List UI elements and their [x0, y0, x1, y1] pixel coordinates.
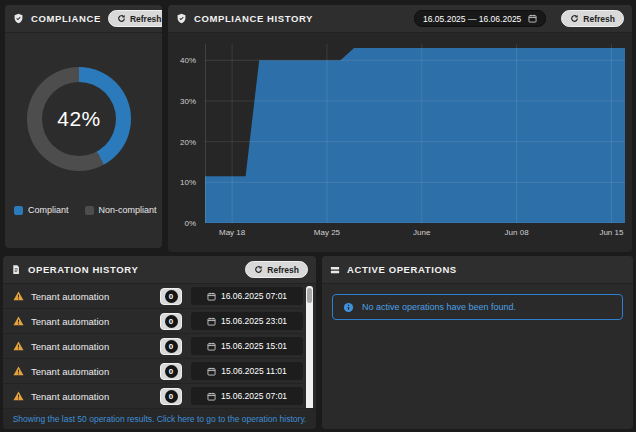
active-operations-title: ACTIVE OPERATIONS — [347, 264, 457, 275]
operation-count-value: 0 — [165, 340, 178, 353]
x-tick-label: May 18 — [219, 228, 245, 237]
compliance-donut-chart: 42% — [27, 67, 131, 171]
no-active-operations-alert: No active operations have been found. — [332, 294, 623, 320]
y-tick-label: 10% — [180, 178, 196, 187]
warning-icon — [13, 391, 24, 401]
operation-date: 15.06.2025 15:01 — [221, 341, 287, 351]
calendar-icon — [528, 14, 537, 23]
operation-count-value: 0 — [165, 365, 178, 378]
operation-date-badge: 16.06.2025 07:01 — [191, 287, 303, 305]
operation-count-badge[interactable]: 0 — [160, 363, 182, 380]
compliance-refresh-button[interactable]: Refresh — [108, 10, 162, 27]
operation-history-header: OPERATION HISTORY Refresh — [3, 256, 316, 284]
operation-list: Tenant automation 0 16.06.2025 07:01 Ten… — [3, 284, 303, 409]
operation-date-badge: 15.06.2025 23:01 — [191, 312, 303, 330]
y-tick-label: 0% — [184, 219, 196, 228]
warning-icon — [13, 366, 24, 376]
operation-date-badge: 15.06.2025 07:01 — [191, 387, 303, 405]
y-tick-label: 30% — [180, 96, 196, 105]
operation-name: Tenant automation — [31, 291, 109, 302]
calendar-icon — [207, 392, 216, 401]
x-tick-label: May 25 — [314, 228, 340, 237]
operation-date-badge: 15.06.2025 11:01 — [191, 362, 303, 380]
refresh-icon — [117, 14, 126, 23]
refresh-label: Refresh — [130, 14, 162, 24]
compliant-swatch-icon — [14, 206, 23, 215]
date-range-picker[interactable]: 16.05.2025 — 16.06.2025 — [414, 10, 546, 27]
x-tick-label: Jun 08 — [505, 228, 529, 237]
shield-check-icon — [13, 13, 24, 24]
refresh-label: Refresh — [583, 14, 615, 24]
y-tick-label: 40% — [180, 56, 196, 65]
active-operations-header: ACTIVE OPERATIONS — [322, 256, 633, 284]
info-icon — [343, 302, 354, 313]
scrollbar-track[interactable] — [306, 286, 313, 412]
operation-row[interactable]: Tenant automation 0 15.06.2025 23:01 — [3, 309, 303, 334]
chart-x-axis: May 18May 25JuneJun 08Jun 15 — [205, 228, 625, 242]
noncompliant-label: Non-compliant — [99, 205, 157, 215]
compliance-title: COMPLIANCE — [31, 13, 101, 24]
refresh-icon — [254, 265, 263, 274]
operation-row[interactable]: Tenant automation 0 15.06.2025 11:01 — [3, 359, 303, 384]
x-tick-label: June — [413, 228, 430, 237]
compliant-label: Compliant — [28, 205, 69, 215]
compliance-history-chart — [205, 44, 625, 223]
dashboard: COMPLIANCE Refresh 42% Compliant Non-com… — [0, 0, 636, 432]
operation-name: Tenant automation — [31, 391, 109, 402]
compliance-history-title: COMPLIANCE HISTORY — [194, 13, 313, 24]
operation-count-badge[interactable]: 0 — [160, 338, 182, 355]
refresh-icon — [570, 14, 579, 23]
operation-row[interactable]: Tenant automation 0 15.06.2025 15:01 — [3, 334, 303, 359]
chart-y-axis: 0%10%20%30%40% — [168, 44, 201, 223]
operation-row[interactable]: Tenant automation 0 15.06.2025 07:01 — [3, 384, 303, 409]
operation-count-value: 0 — [165, 290, 178, 303]
warning-icon — [13, 291, 24, 301]
task-list-icon — [330, 265, 340, 275]
operation-name: Tenant automation — [31, 316, 109, 327]
compliance-header: COMPLIANCE Refresh — [5, 5, 162, 33]
operation-date: 15.06.2025 07:01 — [221, 391, 287, 401]
donut-hole: 42% — [42, 82, 116, 156]
shield-check-icon — [176, 13, 187, 24]
operation-date-badge: 15.06.2025 15:01 — [191, 337, 303, 355]
compliance-panel: COMPLIANCE Refresh 42% Compliant Non-com… — [5, 5, 162, 248]
calendar-icon — [207, 367, 216, 376]
warning-icon — [13, 316, 24, 326]
document-icon — [11, 264, 21, 275]
operation-row[interactable]: Tenant automation 0 16.06.2025 07:01 — [3, 284, 303, 309]
warning-icon — [13, 341, 24, 351]
y-tick-label: 20% — [180, 137, 196, 146]
operation-name: Tenant automation — [31, 341, 109, 352]
compliance-percent: 42% — [57, 107, 101, 131]
noncompliant-swatch-icon — [85, 206, 94, 215]
calendar-icon — [207, 292, 216, 301]
operation-history-link[interactable]: Showing the last 50 operation results. C… — [13, 414, 307, 424]
no-active-operations-message: No active operations have been found. — [362, 302, 516, 312]
operations-refresh-button[interactable]: Refresh — [245, 261, 308, 278]
operation-count-badge[interactable]: 0 — [160, 388, 182, 405]
active-operations-panel: ACTIVE OPERATIONS No active operations h… — [322, 256, 633, 429]
operation-count-value: 0 — [165, 315, 178, 328]
operation-history-panel: OPERATION HISTORY Refresh Tenant automat… — [3, 256, 316, 429]
compliance-history-header: COMPLIANCE HISTORY 16.05.2025 — 16.06.20… — [168, 5, 632, 33]
compliance-legend: Compliant Non-compliant — [14, 205, 157, 215]
compliance-history-panel: COMPLIANCE HISTORY 16.05.2025 — 16.06.20… — [168, 5, 632, 252]
legend-item-compliant: Compliant — [14, 205, 69, 215]
operation-count-value: 0 — [165, 390, 178, 403]
scrollbar-thumb[interactable] — [307, 288, 312, 303]
operation-date: 16.06.2025 07:01 — [221, 291, 287, 301]
operation-footer: Showing the last 50 operation results. C… — [3, 408, 316, 429]
x-tick-label: Jun 15 — [599, 228, 623, 237]
history-refresh-button[interactable]: Refresh — [561, 10, 624, 27]
refresh-label: Refresh — [267, 265, 299, 275]
calendar-icon — [207, 317, 216, 326]
operation-date: 15.06.2025 23:01 — [221, 316, 287, 326]
operation-name: Tenant automation — [31, 366, 109, 377]
operation-count-badge[interactable]: 0 — [160, 313, 182, 330]
operation-history-title: OPERATION HISTORY — [28, 264, 138, 275]
legend-item-noncompliant: Non-compliant — [85, 205, 157, 215]
date-range-value: 16.05.2025 — 16.06.2025 — [423, 14, 521, 24]
operation-date: 15.06.2025 11:01 — [221, 366, 287, 376]
calendar-icon — [207, 342, 216, 351]
operation-count-badge[interactable]: 0 — [160, 288, 182, 305]
